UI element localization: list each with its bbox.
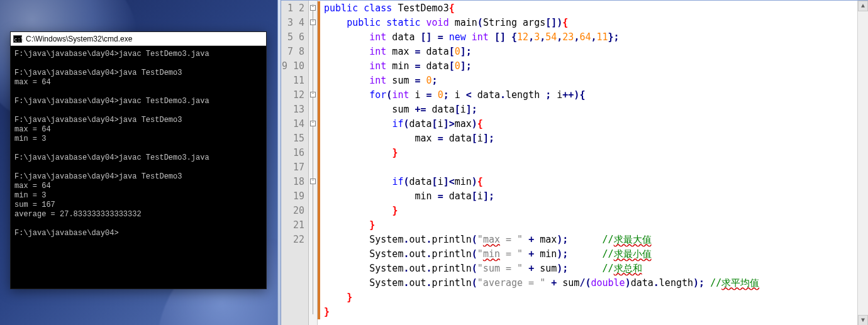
code-editor[interactable]: 1 2 3 4 5 6 7 8 9 10 11 12 13 14 15 16 1… xyxy=(281,0,868,325)
scrollbar-track[interactable] xyxy=(858,11,868,315)
vertical-scrollbar[interactable]: ▲ ▼ xyxy=(857,1,868,325)
code-area[interactable]: public class TestDemo3{ public static vo… xyxy=(320,1,868,325)
fold-toggle-icon[interactable] xyxy=(310,121,316,126)
fold-column[interactable] xyxy=(309,1,318,325)
fold-toggle-icon[interactable] xyxy=(310,92,316,97)
window-titlebar[interactable]: c:\ C:\Windows\System32\cmd.exe xyxy=(11,32,266,46)
fold-toggle-icon[interactable] xyxy=(310,19,316,25)
line-number-gutter: 1 2 3 4 5 6 7 8 9 10 11 12 13 14 15 16 1… xyxy=(281,1,309,325)
fold-toggle-icon[interactable] xyxy=(310,179,316,184)
cmd-icon: c:\ xyxy=(13,35,22,43)
console-output[interactable]: F:\java\javabase\day04>javac TestDemo3.j… xyxy=(11,46,266,289)
command-prompt-window[interactable]: c:\ C:\Windows\System32\cmd.exe F:\java\… xyxy=(10,31,267,289)
scroll-down-arrow-icon[interactable]: ▼ xyxy=(858,315,868,325)
change-marker-column xyxy=(318,1,320,325)
window-title: C:\Windows\System32\cmd.exe xyxy=(26,35,132,43)
fold-toggle-icon[interactable] xyxy=(310,5,316,11)
scroll-up-arrow-icon[interactable]: ▲ xyxy=(858,1,868,11)
